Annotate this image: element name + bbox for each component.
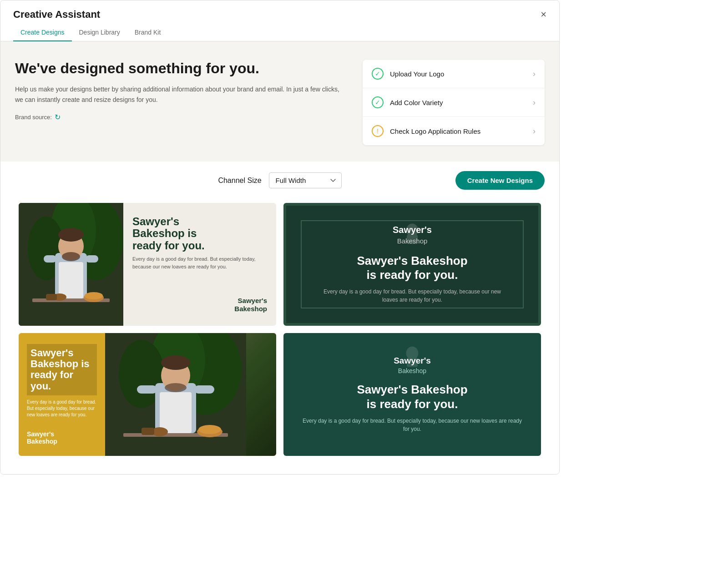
checklist-label-2: Add Color Variety <box>390 99 533 106</box>
card-4-brand-top: Sawyer's <box>302 356 523 366</box>
hero-section: We've designed something for you. Help u… <box>0 41 559 162</box>
svg-point-7 <box>58 228 84 242</box>
svg-rect-9 <box>44 255 56 263</box>
designs-grid: Sawyer'sBakeshop isready for you. Every … <box>0 199 559 474</box>
checklist-label-1: Upload Your Logo <box>390 70 533 78</box>
checklist-label-3: Check Logo Application Rules <box>390 127 533 135</box>
hero-heading: We've designed something for you. <box>15 60 348 77</box>
tab-design-library[interactable]: Design Library <box>72 24 127 41</box>
hero-description: Help us make your designs better by shar… <box>15 84 348 105</box>
channel-bar: Channel Size Full Width Half Width Squar… <box>0 162 559 199</box>
refresh-icon[interactable]: ↻ <box>55 113 61 121</box>
svg-point-31 <box>198 425 221 434</box>
hero-content: We've designed something for you. Help u… <box>15 60 348 121</box>
card-4-headline: Sawyer's Bakeshopis ready for you. <box>302 383 523 411</box>
svg-rect-5 <box>59 262 83 298</box>
card-3-photo <box>105 333 276 456</box>
checklist-card: ✓ Upload Your Logo › ✓ Add Color Variety… <box>363 60 545 145</box>
svg-rect-10 <box>86 255 98 263</box>
tab-create-designs[interactable]: Create Designs <box>13 24 72 41</box>
brand-source-label: Brand source: <box>15 114 52 121</box>
card-4-brand-sub: Bakeshop <box>302 367 523 374</box>
card-2-tagline: Every day is a good day for bread. But e… <box>316 288 508 304</box>
card-1-signature: Sawyer'sBakeshop <box>132 297 267 313</box>
svg-rect-28 <box>194 385 214 394</box>
checklist-item-upload-logo[interactable]: ✓ Upload Your Logo › <box>363 60 545 88</box>
card-3-tagline: Every day is a good day for bread. But e… <box>27 399 97 418</box>
svg-rect-23 <box>160 392 192 433</box>
svg-point-26 <box>165 383 187 392</box>
app-title: Creative Assistant <box>13 9 100 20</box>
design-card-2[interactable]: Sawyer's Bakeshop Sawyer's Bakeshopis re… <box>283 203 541 326</box>
design-card-3[interactable]: Sawyer'sBakeshop isready for you. Every … <box>19 333 276 456</box>
design-card-1[interactable]: Sawyer'sBakeshop isready for you. Every … <box>19 203 276 326</box>
channel-size-select[interactable]: Full Width Half Width Square <box>269 172 342 188</box>
channel-size-label: Channel Size <box>218 177 261 185</box>
chevron-right-icon-2: › <box>533 98 536 107</box>
check-icon-yellow-3: ! <box>372 125 384 137</box>
design-card-4[interactable]: Sawyer's Bakeshop Sawyer's Bakeshopis re… <box>283 333 541 456</box>
create-new-designs-button[interactable]: Create New Designs <box>455 171 545 190</box>
checklist-item-logo-rules[interactable]: ! Check Logo Application Rules › <box>363 117 545 145</box>
card-1-text: Sawyer'sBakeshop isready for you. Every … <box>123 203 276 326</box>
card-2-headline: Sawyer's Bakeshopis ready for you. <box>316 254 508 282</box>
card-3-signature: Sawyer'sBakeshop <box>27 430 97 445</box>
chevron-right-icon-1: › <box>533 69 536 79</box>
card-2-brand-top: Sawyer's <box>316 225 508 235</box>
svg-rect-33 <box>142 428 154 435</box>
card-2-inner: Sawyer's Bakeshop Sawyer's Bakeshopis re… <box>301 220 524 308</box>
tabs-bar: Create Designs Design Library Brand Kit <box>0 24 559 41</box>
tab-brand-kit[interactable]: Brand Kit <box>127 24 168 41</box>
brand-source: Brand source: ↻ <box>15 113 348 121</box>
card-1-photo <box>19 203 123 326</box>
card-3-brand: Sawyer'sBakeshop isready for you. <box>27 344 97 395</box>
card-1-tagline: Every day is a good day for bread. But e… <box>132 255 267 270</box>
chevron-right-icon-3: › <box>533 126 536 136</box>
card-2-brand-sub: Bakeshop <box>316 237 508 245</box>
card-1-headline: Sawyer'sBakeshop isready for you. <box>132 216 267 252</box>
svg-point-25 <box>161 355 190 370</box>
check-icon-green-1: ✓ <box>372 68 384 80</box>
check-icon-green-2: ✓ <box>372 96 384 108</box>
card-3-text: Sawyer'sBakeshop isready for you. Every … <box>19 333 105 456</box>
checklist-item-add-color[interactable]: ✓ Add Color Variety › <box>363 88 545 117</box>
close-button[interactable]: × <box>541 10 546 20</box>
svg-point-13 <box>85 292 103 299</box>
svg-rect-27 <box>137 385 157 394</box>
checklist-panel: ✓ Upload Your Logo › ✓ Add Color Variety… <box>363 60 545 145</box>
header: Creative Assistant × <box>0 0 559 20</box>
svg-point-8 <box>62 252 80 261</box>
svg-rect-15 <box>46 294 57 300</box>
card-4-tagline: Every day is a good day for bread. But e… <box>302 417 523 433</box>
